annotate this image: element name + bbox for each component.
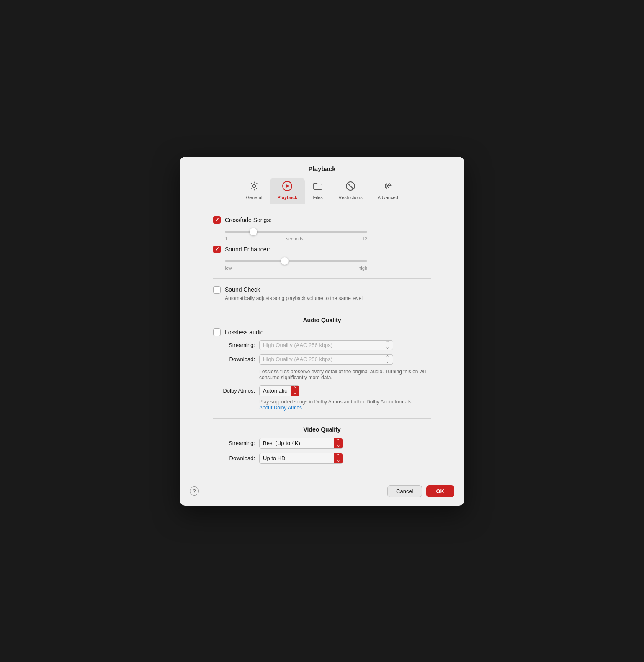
dolby-value: Automatic xyxy=(260,388,291,394)
lossless-description: Lossless files preserve every detail of … xyxy=(259,369,431,380)
download-select[interactable]: High Quality (AAC 256 kbps) ⌃⌄ xyxy=(259,354,393,365)
sound-check-label: Sound Check xyxy=(225,286,260,293)
lossless-row: ✓ Lossless audio xyxy=(213,328,431,336)
streaming-arrows: ⌃⌄ xyxy=(386,341,389,349)
dolby-arrows: ⌃⌄ xyxy=(291,386,299,396)
svg-marker-2 xyxy=(286,184,290,188)
crossfade-slider-container: 1 seconds 12 xyxy=(225,228,431,241)
dialog: Playback General Playback xyxy=(180,157,464,506)
help-label: ? xyxy=(193,488,196,494)
video-streaming-row: Streaming: Best (Up to 4K) ⌃⌄ xyxy=(213,438,431,449)
restrictions-icon xyxy=(345,181,356,193)
tab-playback[interactable]: Playback xyxy=(270,178,305,204)
lossless-label: Lossless audio xyxy=(225,329,264,336)
tab-files[interactable]: Files xyxy=(305,178,331,204)
gear-icon xyxy=(249,181,260,193)
divider-1 xyxy=(213,278,431,279)
divider-2 xyxy=(213,309,431,309)
bottom-bar: ? Cancel OK xyxy=(180,478,464,506)
sound-check-description: Automatically adjusts song playback volu… xyxy=(225,295,431,301)
download-label: Download: xyxy=(213,356,255,362)
sound-enhancer-thumb[interactable] xyxy=(281,257,289,265)
tab-general-label: General xyxy=(246,195,262,200)
main-content: ✓ Crossfade Songs: 1 seconds 12 ✓ xyxy=(180,204,464,478)
sound-enhancer-min-label: low xyxy=(225,266,232,271)
dialog-title: Playback xyxy=(180,157,464,172)
video-streaming-value: Best (Up to 4K) xyxy=(260,440,334,446)
tab-advanced[interactable]: Advanced xyxy=(370,178,406,204)
dolby-link[interactable]: About Dolby Atmos. xyxy=(259,405,303,411)
dolby-desc-text: Play supported songs in Dolby Atmos and … xyxy=(259,399,413,405)
crossfade-min-label: 1 xyxy=(225,236,227,241)
sound-enhancer-row: ✓ Sound Enhancer: xyxy=(213,246,431,253)
video-streaming-label: Streaming: xyxy=(213,440,255,446)
crossfade-slider[interactable] xyxy=(225,228,431,235)
play-icon xyxy=(282,181,293,193)
streaming-row: Streaming: High Quality (AAC 256 kbps) ⌃… xyxy=(213,340,431,350)
crossfade-row: ✓ Crossfade Songs: xyxy=(213,216,431,224)
crossfade-thumb[interactable] xyxy=(250,228,257,235)
ok-button[interactable]: OK xyxy=(426,485,455,497)
video-download-value: Up to HD xyxy=(260,455,334,461)
divider-3 xyxy=(213,418,431,419)
dolby-select[interactable]: Automatic ⌃⌄ xyxy=(259,385,299,396)
svg-point-5 xyxy=(385,185,388,187)
streaming-label: Streaming: xyxy=(213,342,255,348)
cancel-button[interactable]: Cancel xyxy=(387,485,422,497)
streaming-select[interactable]: High Quality (AAC 256 kbps) ⌃⌄ xyxy=(259,340,393,350)
action-buttons: Cancel OK xyxy=(387,485,454,497)
dolby-description: Play supported songs in Dolby Atmos and … xyxy=(259,399,431,411)
title-text: Playback xyxy=(308,165,335,172)
crossfade-center-label: seconds xyxy=(286,236,303,241)
video-download-label: Download: xyxy=(213,455,255,461)
video-download-arrows: ⌃⌄ xyxy=(334,453,343,463)
tab-playback-label: Playback xyxy=(278,195,298,200)
video-streaming-arrows: ⌃⌄ xyxy=(334,438,343,448)
tab-bar: General Playback Files xyxy=(180,172,464,204)
download-value: High Quality (AAC 256 kbps) xyxy=(263,356,332,362)
sound-enhancer-slider[interactable] xyxy=(225,257,431,265)
download-row: Download: High Quality (AAC 256 kbps) ⌃⌄ xyxy=(213,354,431,365)
video-streaming-select[interactable]: Best (Up to 4K) ⌃⌄ xyxy=(259,438,343,449)
video-quality-title: Video Quality xyxy=(213,426,431,433)
tab-restrictions[interactable]: Restrictions xyxy=(331,178,370,204)
advanced-gear-icon xyxy=(382,181,393,193)
sound-check-checkbox[interactable]: ✓ xyxy=(213,286,221,294)
crossfade-label: Crossfade Songs: xyxy=(225,217,271,223)
streaming-value: High Quality (AAC 256 kbps) xyxy=(263,342,332,348)
sound-enhancer-slider-container: low high xyxy=(225,257,431,271)
svg-point-0 xyxy=(252,184,255,187)
lossless-checkbox[interactable]: ✓ xyxy=(213,328,221,336)
video-download-row: Download: Up to HD ⌃⌄ xyxy=(213,453,431,464)
sound-enhancer-checkbox[interactable]: ✓ xyxy=(213,246,221,253)
video-download-select[interactable]: Up to HD ⌃⌄ xyxy=(259,453,343,464)
folder-icon xyxy=(312,181,323,193)
tab-restrictions-label: Restrictions xyxy=(338,195,362,200)
help-button[interactable]: ? xyxy=(190,486,199,496)
dolby-label: Dolby Atmos: xyxy=(213,388,255,394)
sound-enhancer-label: Sound Enhancer: xyxy=(225,246,270,253)
sound-enhancer-max-label: high xyxy=(358,266,367,271)
dolby-row: Dolby Atmos: Automatic ⌃⌄ xyxy=(213,385,431,396)
tab-advanced-label: Advanced xyxy=(378,195,398,200)
tab-general[interactable]: General xyxy=(238,178,270,204)
crossfade-checkbox[interactable]: ✓ xyxy=(213,216,221,224)
crossfade-max-label: 12 xyxy=(362,236,367,241)
sound-check-row: ✓ Sound Check xyxy=(213,286,431,294)
download-arrows: ⌃⌄ xyxy=(386,355,389,364)
tab-files-label: Files xyxy=(313,195,323,200)
audio-quality-title: Audio Quality xyxy=(213,317,431,323)
svg-line-4 xyxy=(348,183,353,189)
